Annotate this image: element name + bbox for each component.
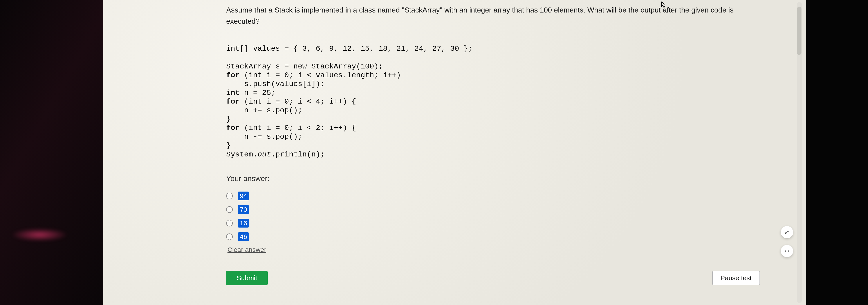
radio-button[interactable] (226, 193, 233, 199)
radio-button[interactable] (226, 220, 233, 227)
expand-icon: ⤢ (784, 229, 789, 236)
vertical-scrollbar[interactable] (797, 2, 802, 303)
clear-answer-link[interactable]: Clear answer (227, 246, 266, 253)
code-line: n += s.pop(); (226, 106, 302, 114)
left-room-background (0, 0, 103, 305)
your-answer-label: Your answer: (226, 174, 769, 183)
pink-light-glow (11, 228, 68, 241)
code-line: (int i = 0; i < 4; i++) { (240, 97, 356, 106)
radio-button[interactable] (226, 206, 233, 213)
quiz-page: Assume that a Stack is implemented in a … (103, 0, 806, 305)
option-value: 46 (238, 232, 249, 241)
code-snippet: int[] values = { 3, 6, 9, 12, 15, 18, 21… (226, 44, 769, 159)
code-keyword: for (226, 71, 240, 79)
option-value: 16 (238, 219, 249, 228)
code-line: (int i = 0; i < values.length; i++) (240, 71, 401, 79)
code-keyword: for (226, 97, 240, 106)
right-room-background (807, 0, 868, 305)
code-line: n = 25; (240, 89, 275, 97)
submit-button[interactable]: Submit (226, 271, 268, 285)
radio-button[interactable] (226, 234, 233, 240)
code-italic: out (257, 150, 271, 159)
option-value: 94 (238, 192, 249, 200)
action-bar: Submit Pause test (226, 271, 760, 285)
code-line: } (226, 141, 230, 150)
code-line: int[] values = { 3, 6, 9, 12, 15, 18, 21… (226, 44, 472, 53)
pause-test-button[interactable]: Pause test (712, 271, 760, 285)
scrollbar-thumb[interactable] (797, 7, 802, 55)
code-line: } (226, 115, 230, 123)
code-line: (int i = 0; i < 2; i++) { (240, 124, 356, 132)
code-line: n -= s.pop(); (226, 133, 302, 141)
monitor-content: Assume that a Stack is implemented in a … (103, 0, 806, 305)
code-keyword: int (226, 89, 240, 97)
answer-option[interactable]: 70 (226, 205, 769, 214)
option-value: 70 (238, 205, 249, 214)
question-prompt: Assume that a Stack is implemented in a … (226, 4, 769, 27)
code-line: .println(n); (271, 150, 325, 159)
answer-options: 94 70 16 46 (226, 192, 769, 241)
feedback-fab[interactable]: ☺ (781, 245, 793, 257)
answer-option[interactable]: 46 (226, 232, 769, 241)
fullscreen-fab[interactable]: ⤢ (781, 226, 793, 238)
code-line: System. (226, 150, 257, 159)
code-keyword: for (226, 124, 240, 132)
face-icon: ☺ (784, 248, 790, 255)
floating-action-buttons: ⤢ ☺ (781, 226, 793, 257)
code-line: s.push(values[i]); (226, 80, 325, 88)
code-line: StackArray s = new StackArray(100); (226, 62, 383, 71)
answer-option[interactable]: 94 (226, 192, 769, 200)
answer-option[interactable]: 16 (226, 219, 769, 228)
